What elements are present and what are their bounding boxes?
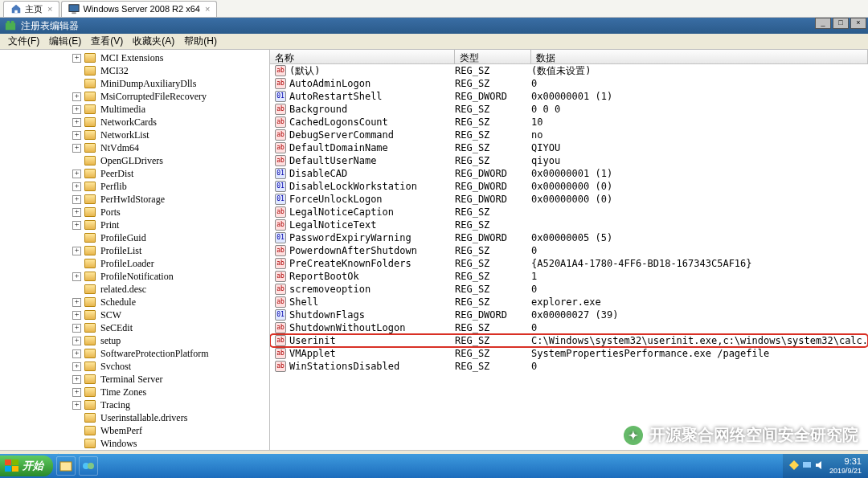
tray-clock[interactable]: 9:31 2019/9/21 <box>829 456 862 476</box>
expand-icon[interactable]: + <box>72 92 81 101</box>
tree-label[interactable]: NetworkCards <box>99 116 158 129</box>
tree-item[interactable]: +Print <box>0 219 269 231</box>
tree-label[interactable]: Schedule <box>99 296 137 308</box>
tree-item[interactable]: +NetworkCards <box>0 116 269 129</box>
value-row[interactable]: 01PasswordExpiryWarningREG_DWORD0x000000… <box>270 231 868 244</box>
tree-label[interactable]: MCI32 <box>99 64 130 77</box>
value-row[interactable]: ab(默认)REG_SZ(数值未设置) <box>270 64 868 77</box>
tree-item[interactable]: ProfileGuid <box>0 231 269 244</box>
tree-label[interactable]: Time Zones <box>99 386 148 398</box>
expand-icon[interactable]: + <box>72 349 81 358</box>
system-tray[interactable]: 9:31 2019/9/21 <box>783 454 868 478</box>
tree-item[interactable]: related.desc <box>0 283 269 296</box>
tree-item[interactable]: Userinstallable.drivers <box>0 411 269 424</box>
value-row[interactable]: abDefaultDomainNameREG_SZQIYOU <box>270 141 868 154</box>
value-row[interactable]: abCachedLogonsCountREG_SZ10 <box>270 116 868 129</box>
tree-label[interactable]: Ports <box>99 206 122 219</box>
value-row[interactable]: 01DisableLockWorkstationREG_DWORD0x00000… <box>270 180 868 193</box>
close-icon[interactable]: × <box>47 4 52 14</box>
col-type[interactable]: 类型 <box>455 50 531 63</box>
tree-item[interactable]: +PeerDist <box>0 167 269 180</box>
menu-help[interactable]: 帮助(H) <box>179 33 222 50</box>
tree-label[interactable]: NtVdm64 <box>99 141 141 154</box>
tree-label[interactable]: OpenGLDrivers <box>99 154 165 167</box>
expand-icon[interactable]: + <box>72 170 81 178</box>
close-icon[interactable]: × <box>205 4 210 14</box>
value-row[interactable]: abDefaultUserNameREG_SZqiyou <box>270 154 868 167</box>
tree-item[interactable]: +setup <box>0 334 269 347</box>
value-row[interactable]: abPowerdownAfterShutdownREG_SZ0 <box>270 244 868 257</box>
value-row[interactable]: abDebugServerCommandREG_SZno <box>270 129 868 141</box>
tree-item[interactable]: +Svchost <box>0 360 269 373</box>
tree-item[interactable]: OpenGLDrivers <box>0 154 269 167</box>
expand-icon[interactable]: + <box>72 144 81 153</box>
tree-item[interactable]: +NtVdm64 <box>0 141 269 154</box>
col-data[interactable]: 数据 <box>531 50 868 63</box>
taskbar-app-button[interactable] <box>79 456 98 476</box>
tree-label[interactable]: ProfileGuid <box>99 231 148 244</box>
value-row[interactable]: abLegalNoticeTextREG_SZ <box>270 219 868 231</box>
tree-item[interactable]: Windows <box>0 437 269 450</box>
menu-view[interactable]: 查看(V) <box>86 33 128 50</box>
tab-vm[interactable]: Windows Server 2008 R2 x64 × <box>61 1 217 17</box>
tree-item[interactable]: +ProfileNotification <box>0 270 269 283</box>
tree-label[interactable]: PerHwIdStorage <box>99 193 166 206</box>
expand-icon[interactable]: + <box>72 388 81 397</box>
tree-item[interactable]: +Terminal Server <box>0 373 269 386</box>
menu-edit[interactable]: 编辑(E) <box>44 33 86 50</box>
value-row[interactable]: abShutdownWithoutLogonREG_SZ0 <box>270 321 868 334</box>
tab-home[interactable]: 主页 × <box>3 1 59 17</box>
tree-item[interactable]: ProfileLoader <box>0 257 269 270</box>
tree-item[interactable]: +Multimedia <box>0 103 269 116</box>
tray-speaker-icon[interactable] <box>815 460 825 472</box>
expand-icon[interactable]: + <box>72 337 81 345</box>
expand-icon[interactable]: + <box>72 54 81 63</box>
tree-item[interactable]: MCI32 <box>0 64 269 77</box>
tree-label[interactable]: Userinstallable.drivers <box>99 411 189 424</box>
tree-item[interactable]: +MsiCorruptedFileRecovery <box>0 90 269 103</box>
tree-item[interactable]: WbemPerf <box>0 424 269 437</box>
tree-item[interactable]: +SeCEdit <box>0 321 269 334</box>
tree-item[interactable]: +NetworkList <box>0 129 269 141</box>
expand-icon[interactable]: + <box>72 298 81 307</box>
tree-label[interactable]: Multimedia <box>99 103 147 116</box>
menu-file[interactable]: 文件(F) <box>3 33 44 50</box>
expand-icon[interactable]: + <box>72 324 81 333</box>
tree-item[interactable]: +ProfileList <box>0 244 269 257</box>
value-row[interactable]: abVMAppletREG_SZSystemPropertiesPerforma… <box>270 347 868 360</box>
maximize-button[interactable]: □ <box>833 18 849 29</box>
tree-item[interactable]: +Time Zones <box>0 386 269 398</box>
tree-label[interactable]: setup <box>99 334 122 347</box>
tree-item[interactable]: +Ports <box>0 206 269 219</box>
tree-label[interactable]: NetworkList <box>99 129 151 141</box>
expand-icon[interactable]: + <box>72 105 81 114</box>
tree-item[interactable]: +SCW <box>0 308 269 321</box>
start-button[interactable]: 开始 <box>0 456 53 476</box>
tree-label[interactable]: MsiCorruptedFileRecovery <box>99 90 208 103</box>
value-row[interactable]: abUserinitREG_SZC:\Windows\system32\user… <box>270 334 868 347</box>
tree-label[interactable]: WbemPerf <box>99 424 144 437</box>
expand-icon[interactable]: + <box>72 247 81 255</box>
tree-label[interactable]: MCI Extensions <box>99 51 165 64</box>
tree-item[interactable]: +SoftwareProtectionPlatform <box>0 347 269 360</box>
tree-label[interactable]: MiniDumpAuxiliaryDlls <box>99 77 198 90</box>
value-row[interactable]: abShellREG_SZexplorer.exe <box>270 296 868 308</box>
expand-icon[interactable]: + <box>72 221 81 230</box>
expand-icon[interactable]: + <box>72 375 81 384</box>
tree-item[interactable]: +Tracing <box>0 398 269 411</box>
value-row[interactable]: abPreCreateKnownFoldersREG_SZ{A520A1A4-1… <box>270 257 868 270</box>
col-name[interactable]: 名称 <box>270 50 455 63</box>
value-row[interactable]: 01ForceUnlockLogonREG_DWORD0x00000000 (0… <box>270 193 868 206</box>
tree-label[interactable]: PeerDist <box>99 167 135 180</box>
registry-tree[interactable]: +MCI ExtensionsMCI32MiniDumpAuxiliaryDll… <box>0 50 270 450</box>
tree-item[interactable]: +Perflib <box>0 180 269 193</box>
menu-favorites[interactable]: 收藏夹(A) <box>128 33 179 50</box>
value-row[interactable]: abBackgroundREG_SZ0 0 0 <box>270 103 868 116</box>
tree-label[interactable]: Print <box>99 219 121 231</box>
value-row[interactable]: 01AutoRestartShellREG_DWORD0x00000001 (1… <box>270 90 868 103</box>
close-button[interactable]: × <box>850 18 866 29</box>
tree-item[interactable]: +Schedule <box>0 296 269 308</box>
expand-icon[interactable]: + <box>72 195 81 204</box>
value-row[interactable]: abReportBootOkREG_SZ1 <box>270 270 868 283</box>
taskbar-explorer-button[interactable] <box>56 456 76 476</box>
